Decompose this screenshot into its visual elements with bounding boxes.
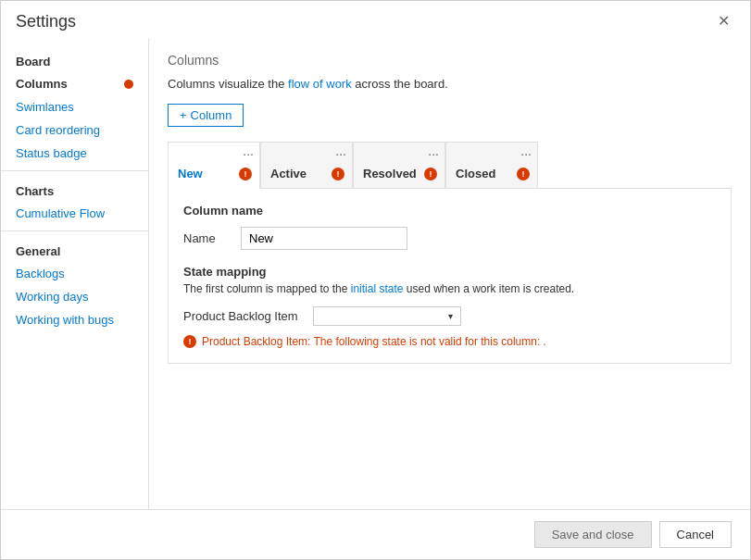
dialog-header: Settings ✕ xyxy=(1,1,750,38)
main-content: Columns Columns visualize the flow of wo… xyxy=(149,38,750,509)
column-error-new: ! xyxy=(239,168,252,180)
column-detail-panel: Column name Name State mapping The first… xyxy=(168,188,732,364)
sidebar-item-cumulative-flow[interactable]: Cumulative Flow xyxy=(1,202,148,225)
error-message: Product Backlog Item: The following stat… xyxy=(202,335,546,348)
column-tab-active[interactable]: ··· Active ! xyxy=(260,142,353,189)
columns-description: Columns visualize the flow of work acros… xyxy=(168,77,732,91)
more-options-icon-active[interactable]: ··· xyxy=(335,146,346,161)
initial-link: initial state xyxy=(351,282,404,295)
more-options-icon-resolved[interactable]: ··· xyxy=(428,146,439,161)
sidebar-item-card-reordering[interactable]: Card reordering xyxy=(1,118,148,142)
dialog-title: Settings xyxy=(16,12,76,31)
error-icon: ! xyxy=(183,335,196,348)
sidebar-item-status-badge[interactable]: Status badge xyxy=(1,142,148,165)
more-options-icon-closed[interactable]: ··· xyxy=(520,146,532,161)
state-row-label: Product Backlog Item xyxy=(183,309,304,323)
sidebar-item-working-days[interactable]: Working days xyxy=(1,285,148,308)
column-tab-closed[interactable]: ··· Closed ! xyxy=(445,142,538,189)
settings-dialog: Settings ✕ Board Columns Swimlanes Card … xyxy=(0,0,751,560)
column-error-resolved: ! xyxy=(424,168,437,180)
sidebar-section-board: Board xyxy=(1,47,148,72)
column-tab-label-active: Active xyxy=(270,167,307,180)
columns-error-indicator xyxy=(124,80,133,89)
column-tab-label-closed: Closed xyxy=(456,167,495,180)
section-title: Columns xyxy=(168,53,732,68)
dialog-body: Board Columns Swimlanes Card reordering … xyxy=(1,38,750,509)
plus-icon: + xyxy=(180,108,187,122)
column-error-closed: ! xyxy=(517,168,530,180)
error-row: ! Product Backlog Item: The following st… xyxy=(183,335,716,348)
add-column-label: Column xyxy=(191,108,232,122)
state-mapping-title: State mapping xyxy=(183,265,716,279)
column-tab-label-resolved: Resolved xyxy=(363,167,417,180)
sidebar: Board Columns Swimlanes Card reordering … xyxy=(1,38,149,509)
columns-tabs: ··· New ! ··· Active ! xyxy=(168,142,732,189)
column-tab-label-new: New xyxy=(178,167,203,180)
column-name-section-title: Column name xyxy=(183,204,716,218)
column-tab-resolved[interactable]: ··· Resolved ! xyxy=(353,142,445,189)
state-row-product-backlog: Product Backlog Item ▾ xyxy=(183,306,716,326)
column-name-input[interactable] xyxy=(241,227,407,250)
dialog-footer: Save and close Cancel xyxy=(1,509,750,559)
column-tab-new[interactable]: ··· New ! xyxy=(168,142,260,189)
sidebar-section-general: General xyxy=(1,237,148,262)
state-select-product-backlog[interactable]: ▾ xyxy=(313,306,461,326)
column-error-active: ! xyxy=(332,168,344,180)
cancel-button[interactable]: Cancel xyxy=(659,521,732,548)
sidebar-item-backlogs[interactable]: Backlogs xyxy=(1,262,148,285)
save-and-close-button[interactable]: Save and close xyxy=(534,521,652,548)
description-link: flow of work xyxy=(288,77,352,91)
sidebar-item-columns[interactable]: Columns xyxy=(1,72,148,95)
chevron-down-icon: ▾ xyxy=(448,311,453,321)
more-options-icon-new[interactable]: ··· xyxy=(243,146,254,161)
sidebar-section-charts: Charts xyxy=(1,177,148,202)
state-mapping-section: State mapping The first column is mapped… xyxy=(183,265,716,348)
state-mapping-desc: The first column is mapped to the initia… xyxy=(183,282,716,295)
sidebar-item-working-with-bugs[interactable]: Working with bugs xyxy=(1,308,148,331)
close-button[interactable]: ✕ xyxy=(712,10,735,32)
sidebar-item-swimlanes[interactable]: Swimlanes xyxy=(1,95,148,118)
add-column-button[interactable]: + Column xyxy=(168,104,244,127)
name-label: Name xyxy=(183,231,230,245)
column-name-row: Name xyxy=(183,227,716,250)
